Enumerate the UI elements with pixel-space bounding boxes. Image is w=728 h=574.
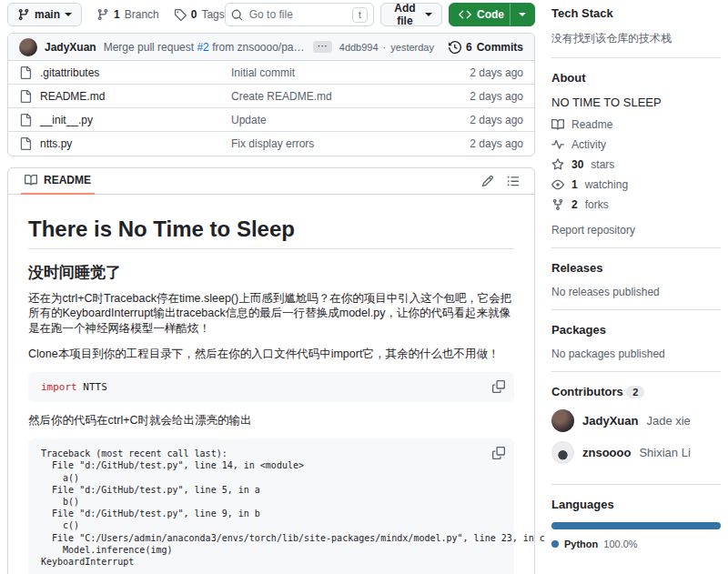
branches-link[interactable]: 1 Branch [96, 8, 159, 21]
forks-label: forks [585, 198, 609, 211]
language-legend-python[interactable]: Python 100.0% [551, 539, 721, 549]
outline-list-button[interactable] [507, 175, 520, 187]
list-item[interactable]: JadyXuan Jade xie [551, 409, 721, 432]
search-input[interactable] [248, 7, 348, 22]
add-file-button[interactable]: Add file [380, 3, 442, 26]
file-name-link[interactable]: __init__.py [40, 114, 93, 126]
about-activity-link[interactable]: Activity [551, 138, 721, 151]
chevron-down-icon [519, 13, 526, 16]
commit-time: yesterday [390, 42, 434, 53]
file-name-cell: README.md [19, 90, 231, 103]
table-row[interactable]: README.md Create README.md 2 days ago [8, 85, 534, 108]
packages-title: Packages [551, 323, 721, 337]
about-title: About [551, 71, 721, 85]
about-readme-label: Readme [571, 118, 612, 131]
about-section: About NO TIME TO SLEEP Readme Activity 3… [551, 69, 721, 248]
contributor-username[interactable]: znsoooo [582, 446, 631, 459]
file-name-cell: ntts.py [19, 137, 231, 150]
code-dropdown-caret[interactable] [510, 4, 534, 25]
commit-message-suffix: from znsoooo/patch-1 [209, 41, 306, 54]
star-icon [551, 158, 564, 171]
tag-icon [174, 8, 187, 21]
edit-readme-button[interactable] [481, 175, 494, 187]
list-item[interactable]: znsoooo Shixian Li [551, 441, 721, 464]
tech-stack-title: Tech Stack [551, 6, 721, 20]
avatar [551, 409, 574, 432]
commit-message[interactable]: Merge pull request #2 from znsoooo/patch… [104, 41, 306, 54]
current-branch-label: main [35, 8, 60, 21]
packages-empty-text: No packages published [551, 347, 721, 360]
tab-readme[interactable]: README [21, 168, 95, 195]
file-name-link[interactable]: README.md [40, 90, 105, 103]
branch-selector-button[interactable]: main [7, 3, 82, 26]
contributor-username[interactable]: JadyXuan [582, 414, 638, 428]
commit-history-link[interactable]: 6 Commits [449, 41, 523, 54]
file-icon [19, 90, 32, 103]
commit-message-prefix: Merge pull request [104, 41, 197, 54]
tags-link[interactable]: 0 Tags [174, 8, 225, 21]
file-commit-message-link[interactable]: Update [231, 114, 470, 126]
file-icon [19, 137, 32, 150]
releases-title: Releases [551, 261, 721, 275]
readme-title: There is No Time to Sleep [28, 217, 514, 249]
file-name-link[interactable]: .gitattributes [40, 66, 99, 79]
forks-count: 2 [571, 198, 578, 211]
watching-count: 1 [571, 178, 578, 191]
file-commit-message-link[interactable]: Fix display errors [231, 137, 470, 150]
copy-icon [492, 380, 505, 393]
commit-hash-link[interactable]: 4ddb994 [339, 42, 379, 53]
history-clock-icon [449, 41, 461, 54]
watching-label: watching [585, 178, 628, 191]
git-branch-icon [17, 8, 30, 21]
readme-heading-2: 没时间睡觉了 [28, 262, 514, 283]
tech-stack-empty-text: 没有找到该仓库的技术栈 [551, 31, 721, 46]
toolbar-right: t Add file Code [225, 3, 535, 26]
commit-author-link[interactable]: JadyXuan [45, 41, 96, 54]
table-row[interactable]: ntts.py Fix display errors 2 days ago [8, 132, 534, 156]
repo-forked-icon [551, 198, 564, 211]
contributors-count-badge: 2 [626, 386, 644, 398]
about-readme-link[interactable]: Readme [551, 118, 721, 131]
file-commit-message-link[interactable]: Create README.md [231, 90, 470, 103]
about-forks-link[interactable]: 2 forks [551, 198, 721, 211]
code-block-traceback: Traceback (most recent call last): File … [28, 438, 514, 574]
code-button[interactable]: Code [449, 3, 535, 26]
readme-card: README There is No Time to Sleep 没时间睡觉了 … [7, 167, 535, 574]
file-commit-message-link[interactable]: Initial commit [231, 66, 470, 79]
commit-ellipsis-button[interactable]: ⋯ [313, 41, 332, 53]
language-dot-icon [551, 540, 559, 548]
pencil-icon [481, 175, 494, 187]
go-to-file-search[interactable]: t [225, 3, 374, 26]
stars-label: stars [591, 158, 614, 171]
language-bar-python[interactable] [551, 522, 721, 529]
repo-description: NO TIME TO SLEEP [551, 96, 721, 109]
commits-count: 6 [466, 41, 472, 54]
tech-stack-section: Tech Stack 没有找到该仓库的技术栈 [551, 5, 721, 58]
chevron-down-icon [425, 13, 432, 16]
tags-count: 0 [191, 8, 197, 21]
chevron-down-icon [65, 13, 72, 16]
copy-code-button[interactable] [490, 378, 507, 395]
repo-sidebar: Tech Stack 没有找到该仓库的技术栈 About NO TIME TO … [548, 2, 723, 574]
tags-label: Tags [201, 8, 224, 21]
eye-icon [551, 178, 564, 191]
pr-link[interactable]: #2 [197, 41, 208, 54]
commit-author-avatar[interactable] [19, 38, 37, 56]
pulse-icon [551, 138, 564, 151]
readme-paragraph: 还在为ctrl+C时Traceback停在time.sleep()上而感到尴尬吗… [28, 291, 514, 336]
table-row[interactable]: __init__.py Update 2 days ago [8, 108, 534, 132]
about-watching-link[interactable]: 1 watching [551, 178, 721, 191]
copy-code-button[interactable] [490, 445, 507, 461]
code-icon [459, 8, 471, 21]
file-name-cell: __init__.py [19, 114, 231, 126]
commits-label: Commits [477, 41, 523, 54]
readme-content: There is No Time to Sleep 没时间睡觉了 还在为ctrl… [8, 195, 534, 574]
readme-paragraph: 然后你的代码在ctrl+C时就会给出漂亮的输出 [28, 413, 514, 428]
file-name-link[interactable]: ntts.py [40, 137, 72, 150]
about-stars-link[interactable]: 30 stars [551, 158, 721, 171]
file-icon [19, 66, 32, 79]
code-button-label: Code [477, 8, 504, 21]
table-row[interactable]: .gitattributes Initial commit 2 days ago [8, 61, 534, 85]
report-repository-link[interactable]: Report repository [551, 224, 721, 237]
readme-paragraph: Clone本项目到你的工程目录下，然后在你的入口文件代码中import它，其余的… [28, 347, 514, 361]
